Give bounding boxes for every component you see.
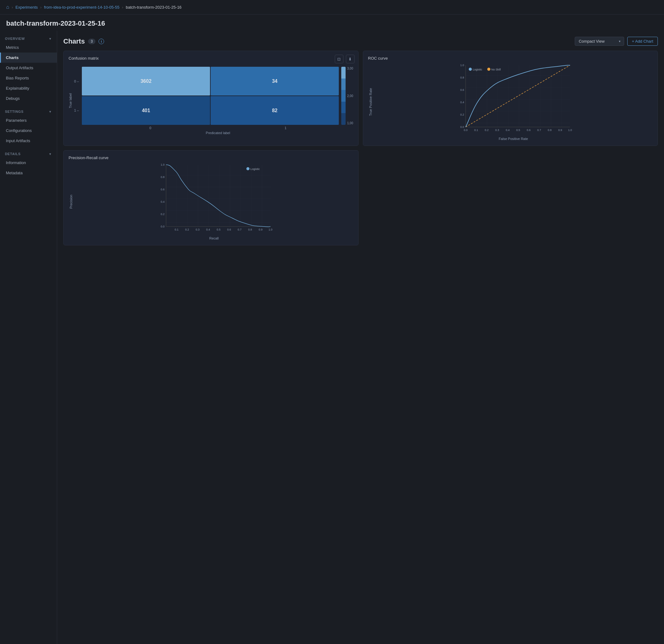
sidebar-item-debugs[interactable]: Debugs: [0, 93, 57, 103]
sidebar-item-bias-reports[interactable]: Bias Reports: [0, 73, 57, 83]
pr-curve-title: Precision-Recall curve: [68, 156, 353, 160]
svg-point-44: [246, 167, 250, 170]
svg-text:0.6: 0.6: [526, 128, 531, 132]
svg-text:0.7: 0.7: [537, 128, 541, 132]
charts-controls: Compact View + Add Chart: [575, 37, 658, 46]
charts-title: Charts: [63, 37, 85, 45]
charts-grid: Confusion matrix ⊡ ⬇ True label 0 – 1 –: [63, 51, 658, 245]
svg-text:0.8: 0.8: [460, 76, 464, 79]
pr-svg: 0.0 0.2 0.4 0.6 0.8 1.0 0.1 0.2 0.3 0.4 …: [75, 163, 353, 234]
svg-point-21: [469, 68, 472, 71]
svg-text:0.0: 0.0: [463, 128, 468, 132]
pr-x-label: Recall: [75, 236, 353, 240]
cm-grid: 3602 34 401 82: [82, 67, 339, 125]
svg-text:Logistic: Logistic: [250, 167, 260, 170]
sidebar-item-information[interactable]: Information: [0, 158, 57, 168]
svg-text:0.8: 0.8: [248, 228, 252, 231]
svg-text:0.8: 0.8: [547, 128, 552, 132]
cm-left-labels: 0 – 1 –: [74, 67, 81, 125]
svg-text:0.4: 0.4: [161, 200, 165, 203]
svg-text:No Skill: No Skill: [491, 68, 501, 71]
cm-cell-11: 82: [211, 96, 339, 125]
svg-point-23: [487, 68, 490, 71]
details-section-header: DETAILS ▼: [0, 149, 57, 158]
run-name-breadcrumb: batch-transform-2023-01-25-16: [126, 5, 182, 9]
svg-text:0.2: 0.2: [185, 228, 189, 231]
svg-text:1.0: 1.0: [268, 228, 272, 231]
cm-row-1: 401 82: [82, 96, 339, 125]
svg-text:0.9: 0.9: [558, 128, 562, 132]
svg-text:0.1: 0.1: [474, 128, 478, 132]
roc-svg-container: 0.0 0.2 0.4 0.6 0.8 1.0 0.0 0.1 0.2 0.3 …: [374, 64, 653, 141]
add-chart-button[interactable]: + Add Chart: [627, 37, 658, 46]
svg-text:0.1: 0.1: [174, 228, 179, 231]
confusion-matrix-container: True label 0 – 1 – 3602 34: [68, 67, 353, 135]
roc-curve-title: ROC curve: [368, 56, 653, 61]
experiments-link[interactable]: Experiments: [16, 5, 38, 9]
roc-y-axis-label: True Positive Rate: [368, 64, 373, 141]
svg-text:Logistic: Logistic: [473, 68, 482, 71]
charts-info-icon[interactable]: i: [99, 39, 104, 44]
roc-svg: 0.0 0.2 0.4 0.6 0.8 1.0 0.0 0.1 0.2 0.3 …: [374, 64, 653, 135]
svg-text:1.0: 1.0: [568, 128, 572, 132]
svg-text:0.8: 0.8: [161, 176, 165, 179]
sidebar-item-metadata[interactable]: Metadata: [0, 168, 57, 178]
roc-chart-wrapper: True Positive Rate: [368, 64, 653, 141]
confusion-matrix-title: Confusion matrix: [68, 56, 353, 61]
sidebar-item-parameters[interactable]: Parameters: [0, 115, 57, 125]
pr-chart-wrapper: Precision: [68, 163, 353, 240]
sidebar-item-configurations[interactable]: Configurations: [0, 125, 57, 136]
details-chevron: ▼: [48, 152, 52, 156]
pr-y-axis-label: Precision: [68, 163, 74, 240]
svg-text:0.6: 0.6: [161, 188, 165, 191]
charts-count-badge: 3: [88, 39, 96, 44]
sidebar-item-output-artifacts[interactable]: Output Artifacts: [0, 63, 57, 73]
svg-text:0.6: 0.6: [460, 88, 464, 92]
cm-cell-01: 34: [211, 67, 339, 96]
confusion-matrix-actions: ⊡ ⬇: [335, 55, 355, 63]
svg-text:0.3: 0.3: [495, 128, 499, 132]
settings-chevron: ▼: [48, 110, 52, 114]
cm-x-title: Predicated label: [74, 131, 353, 135]
precision-recall-card: Precision-Recall curve Precision: [63, 150, 358, 245]
svg-rect-25: [166, 165, 271, 226]
compact-view-wrapper: Compact View: [575, 37, 624, 46]
page-title: batch-transform-2023-01-25-16: [0, 15, 664, 31]
confusion-matrix-card: Confusion matrix ⊡ ⬇ True label 0 – 1 –: [63, 51, 358, 146]
cm-cell-00: 3602: [82, 67, 210, 96]
sidebar-item-metrics[interactable]: Metrics: [0, 42, 57, 53]
svg-text:1.0: 1.0: [460, 64, 464, 67]
cm-content: 0 – 1 – 3602 34 401 82: [74, 67, 353, 135]
sidebar-item-charts[interactable]: Charts: [0, 53, 57, 63]
home-icon[interactable]: ⌂: [6, 4, 9, 10]
experiment-link[interactable]: from-idea-to-prod-experiment-14-10-05-55: [44, 5, 120, 9]
svg-text:0.4: 0.4: [206, 228, 210, 231]
svg-text:0.5: 0.5: [516, 128, 520, 132]
roc-x-label: False Positive Rate: [374, 137, 653, 141]
settings-section-header: SETTINGS ▼: [0, 107, 57, 115]
cm-y-label: True label: [68, 67, 72, 135]
svg-text:0.9: 0.9: [258, 228, 263, 231]
colorbar: [341, 67, 346, 125]
roc-curve-card: ROC curve True Positive Rate: [363, 51, 658, 146]
svg-text:0.5: 0.5: [216, 228, 221, 231]
breadcrumb: ⌂ › Experiments › from-idea-to-prod-expe…: [0, 0, 664, 15]
colorbar-labels: 3,00 2,00 1,00: [346, 67, 353, 125]
svg-text:0.0: 0.0: [460, 125, 464, 128]
expand-button[interactable]: ⊡: [335, 55, 344, 63]
svg-text:0.2: 0.2: [161, 213, 165, 216]
compact-view-select[interactable]: Compact View: [575, 37, 624, 46]
svg-text:0.0: 0.0: [161, 225, 165, 228]
svg-text:0.3: 0.3: [195, 228, 200, 231]
content-area: Charts 3 i Compact View + Add Chart Conf…: [57, 31, 664, 644]
svg-text:0.4: 0.4: [460, 101, 464, 104]
download-button[interactable]: ⬇: [346, 55, 355, 63]
svg-text:0.2: 0.2: [460, 113, 464, 116]
charts-header: Charts 3 i Compact View + Add Chart: [63, 37, 658, 46]
svg-text:0.2: 0.2: [484, 128, 489, 132]
svg-text:1.0: 1.0: [161, 163, 165, 166]
sidebar-item-explainability[interactable]: Explainability: [0, 83, 57, 93]
sidebar-item-input-artifacts[interactable]: Input Artifacts: [0, 136, 57, 146]
colorbar-area: 3,00 2,00 1,00: [340, 67, 353, 125]
cm-x-labels: 0 1: [74, 126, 353, 130]
